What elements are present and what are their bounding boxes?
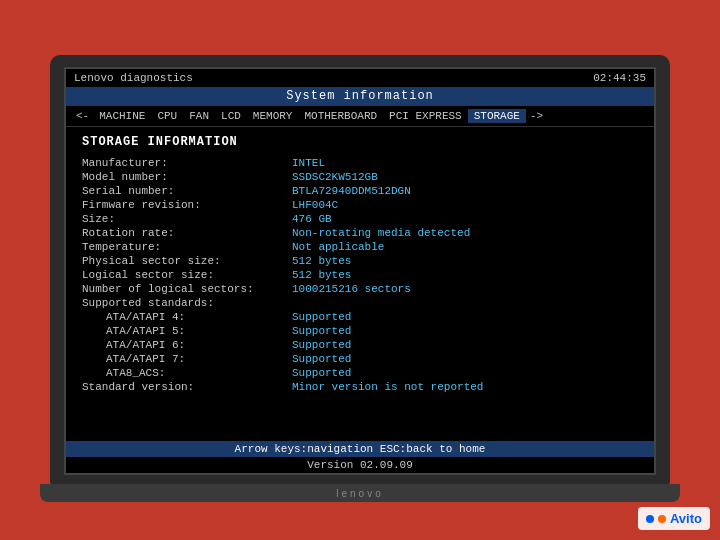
content-area: STORAGE INFORMATION Manufacturer: INTEL … — [66, 127, 654, 441]
label-phys-sector: Physical sector size: — [82, 255, 292, 267]
bottom-hint-bar: Arrow keys:navigation ESC:back to home — [66, 441, 654, 457]
label-log-sector: Logical sector size: — [82, 269, 292, 281]
app-brand: Lenovo diagnostics — [74, 72, 193, 84]
label-temperature: Temperature: — [82, 241, 292, 253]
nav-item-memory[interactable]: MEMORY — [247, 109, 299, 123]
value-model: SSDSC2KW512GB — [292, 171, 378, 183]
nav-item-storage[interactable]: STORAGE — [468, 109, 526, 123]
table-row: Standard version: Minor version is not r… — [82, 381, 638, 393]
label-firmware: Firmware revision: — [82, 199, 292, 211]
avito-dot-blue — [646, 515, 654, 523]
nav-item-fan[interactable]: FAN — [183, 109, 215, 123]
value-phys-sector: 512 bytes — [292, 255, 351, 267]
table-row: Temperature: Not applicable — [82, 241, 638, 253]
table-row: Physical sector size: 512 bytes — [82, 255, 638, 267]
nav-item-lcd[interactable]: LCD — [215, 109, 247, 123]
info-table: Manufacturer: INTEL Model number: SSDSC2… — [82, 157, 638, 393]
label-size: Size: — [82, 213, 292, 225]
avito-watermark: Avito — [638, 507, 710, 530]
value-temperature: Not applicable — [292, 241, 384, 253]
table-row: Firmware revision: LHF004C — [82, 199, 638, 211]
label-supported: Supported standards: — [82, 297, 292, 309]
label-ata8: ATA8_ACS: — [82, 367, 292, 379]
value-manufacturer: INTEL — [292, 157, 325, 169]
screen: Lenovo diagnostics 02:44:35 System infor… — [64, 67, 656, 475]
nav-item-machine[interactable]: MACHINE — [93, 109, 151, 123]
version-bar: Version 02.09.09 — [66, 457, 654, 473]
laptop-outer: Lenovo diagnostics 02:44:35 System infor… — [50, 55, 670, 485]
avito-label: Avito — [670, 511, 702, 526]
table-row: ATA/ATAPI 7: Supported — [82, 353, 638, 365]
laptop-brand-label: lenovo — [336, 488, 383, 499]
nav-back-arrow[interactable]: <- — [72, 109, 93, 123]
value-firmware: LHF004C — [292, 199, 338, 211]
system-title: System information — [286, 89, 434, 103]
laptop-base: lenovo — [40, 484, 680, 502]
label-manufacturer: Manufacturer: — [82, 157, 292, 169]
value-ata6: Supported — [292, 339, 351, 351]
nav-bar: <- MACHINE CPU FAN LCD MEMORY MOTHERBOAR… — [66, 105, 654, 127]
table-row: ATA/ATAPI 6: Supported — [82, 339, 638, 351]
version-label: Version 02.09.09 — [307, 459, 413, 471]
value-log-sector: 512 bytes — [292, 269, 351, 281]
label-model: Model number: — [82, 171, 292, 183]
value-ata8: Supported — [292, 367, 351, 379]
nav-item-pci-express[interactable]: PCI EXPRESS — [383, 109, 468, 123]
label-ata5: ATA/ATAPI 5: — [82, 325, 292, 337]
table-row: Supported standards: — [82, 297, 638, 309]
value-size: 476 GB — [292, 213, 332, 225]
table-row: ATA/ATAPI 5: Supported — [82, 325, 638, 337]
label-ata6: ATA/ATAPI 6: — [82, 339, 292, 351]
table-row: Size: 476 GB — [82, 213, 638, 225]
label-rotation: Rotation rate: — [82, 227, 292, 239]
table-row: Model number: SSDSC2KW512GB — [82, 171, 638, 183]
label-ata7: ATA/ATAPI 7: — [82, 353, 292, 365]
nav-forward-arrow[interactable]: -> — [526, 109, 547, 123]
nav-item-motherboard[interactable]: MOTHERBOARD — [298, 109, 383, 123]
table-row: ATA8_ACS: Supported — [82, 367, 638, 379]
value-ata7: Supported — [292, 353, 351, 365]
section-title: STORAGE INFORMATION — [82, 135, 638, 149]
top-bar: Lenovo diagnostics 02:44:35 — [66, 69, 654, 87]
label-std-version: Standard version: — [82, 381, 292, 393]
table-row: Serial number: BTLA72940DDM512DGN — [82, 185, 638, 197]
bottom-hint-text: Arrow keys:navigation ESC:back to home — [235, 443, 486, 455]
table-row: Logical sector size: 512 bytes — [82, 269, 638, 281]
avito-dot-orange — [658, 515, 666, 523]
table-row: Rotation rate: Non-rotating media detect… — [82, 227, 638, 239]
table-row: ATA/ATAPI 4: Supported — [82, 311, 638, 323]
table-row: Number of logical sectors: 1000215216 se… — [82, 283, 638, 295]
label-serial: Serial number: — [82, 185, 292, 197]
value-ata4: Supported — [292, 311, 351, 323]
value-ata5: Supported — [292, 325, 351, 337]
value-std-version: Minor version is not reported — [292, 381, 483, 393]
value-num-sectors: 1000215216 sectors — [292, 283, 411, 295]
app-time: 02:44:35 — [593, 72, 646, 84]
value-serial: BTLA72940DDM512DGN — [292, 185, 411, 197]
label-ata4: ATA/ATAPI 4: — [82, 311, 292, 323]
table-row: Manufacturer: INTEL — [82, 157, 638, 169]
label-num-sectors: Number of logical sectors: — [82, 283, 292, 295]
value-rotation: Non-rotating media detected — [292, 227, 470, 239]
title-bar: System information — [66, 87, 654, 105]
nav-item-cpu[interactable]: CPU — [151, 109, 183, 123]
